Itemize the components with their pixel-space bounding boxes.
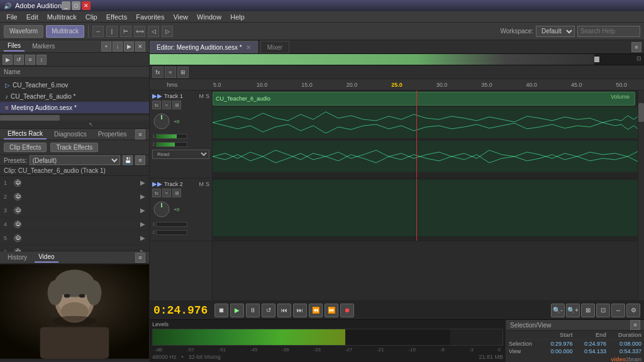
track-2-vol-knob[interactable] bbox=[152, 200, 171, 219]
history-panel-menu[interactable]: ≡ bbox=[135, 253, 145, 263]
menu-file[interactable]: File bbox=[3, 13, 21, 21]
list-item[interactable]: ≡ Meeting Audition.sesx * bbox=[0, 102, 149, 113]
track-1-eq-btn[interactable]: ≈ bbox=[162, 101, 171, 109]
list-item[interactable]: ▷ CU_Teacher_6.mov bbox=[0, 79, 149, 90]
workspace-select[interactable]: Default bbox=[536, 26, 575, 37]
menu-favorites[interactable]: Favorites bbox=[132, 13, 168, 21]
track-1-fx-btn[interactable]: fx bbox=[152, 101, 161, 109]
view-toggle[interactable]: ≡ bbox=[25, 55, 35, 65]
tab-properties[interactable]: Properties bbox=[94, 129, 131, 139]
search-input[interactable] bbox=[577, 26, 640, 37]
track-2-pans[interactable]: ⊞ bbox=[172, 189, 181, 197]
menu-effects[interactable]: Effects bbox=[103, 13, 131, 21]
sel-start[interactable]: 0:29.976 bbox=[541, 340, 575, 348]
waveform-overview[interactable]: ⊡ bbox=[150, 54, 644, 65]
track-effects-btn[interactable]: Track Effects bbox=[50, 143, 98, 152]
view-dur[interactable]: 0:54.337 bbox=[609, 348, 644, 355]
tab-files[interactable]: Files bbox=[4, 41, 25, 52]
tab-history[interactable]: History bbox=[4, 253, 31, 262]
razor-tool[interactable]: ⊢ bbox=[120, 26, 131, 37]
track-1-vol-knob[interactable] bbox=[152, 112, 171, 131]
menu-help[interactable]: Help bbox=[226, 13, 248, 21]
nudge-left[interactable]: ◁ bbox=[148, 26, 159, 37]
menu-clip[interactable]: Clip bbox=[82, 13, 101, 21]
record-loop-btn[interactable]: ↺ bbox=[262, 304, 275, 317]
slot-power-1[interactable]: ⏻ bbox=[14, 179, 21, 187]
mixer-tab[interactable]: Mixer bbox=[260, 41, 289, 53]
view-end[interactable]: 0:54.133 bbox=[575, 348, 609, 355]
clip-effects-btn[interactable]: Clip Effects bbox=[4, 143, 47, 152]
open-btn[interactable]: ▶ bbox=[124, 41, 134, 52]
stop-btn[interactable]: ⏹ bbox=[214, 304, 228, 317]
sel-end[interactable]: 0:24.976 bbox=[575, 340, 609, 348]
menu-edit[interactable]: Edit bbox=[23, 13, 42, 21]
audio-clip-1[interactable]: CU_Teacher_6_audio Volume bbox=[213, 92, 635, 106]
editor-tab-session[interactable]: Editor: Meeting Audition.sesx * ✕ bbox=[150, 41, 258, 53]
record-btn[interactable]: ⏺ bbox=[340, 304, 354, 317]
zoom-in-btn[interactable]: fx bbox=[152, 67, 164, 78]
track-1-m-btn[interactable]: M bbox=[199, 93, 204, 99]
tab-diagnostics[interactable]: Diagnostics bbox=[50, 129, 91, 139]
multitrack-btn[interactable]: Multitrack bbox=[46, 25, 84, 38]
effects-panel-menu[interactable]: ≡ bbox=[135, 129, 145, 140]
tab-markers[interactable]: Markers bbox=[28, 41, 58, 51]
playhead[interactable] bbox=[416, 90, 417, 178]
new-file-btn[interactable]: + bbox=[101, 41, 111, 52]
track-1-lane[interactable]: CU_Teacher_6_audio Volume bbox=[213, 90, 638, 178]
track-2-s-btn[interactable]: S bbox=[206, 181, 209, 187]
sort-btn[interactable]: ↕ bbox=[36, 55, 47, 65]
spectral-btn[interactable]: ≈ bbox=[165, 67, 176, 78]
waveform-btn[interactable]: Waveform bbox=[4, 25, 43, 38]
track-2-m-btn[interactable]: M bbox=[199, 181, 204, 187]
track-2-lane[interactable] bbox=[213, 178, 638, 241]
editor-panel-menu[interactable]: ≡ bbox=[631, 42, 641, 52]
tab-video[interactable]: Video bbox=[35, 252, 58, 263]
pause-btn[interactable]: ⏸ bbox=[246, 304, 260, 317]
menu-view[interactable]: View bbox=[169, 13, 192, 21]
sel-dur[interactable]: 0:08.000 bbox=[609, 340, 644, 348]
zoom-sel-btn[interactable]: ⊡ bbox=[596, 304, 610, 317]
autoplay-btn[interactable]: ▶ bbox=[3, 55, 13, 65]
go-start-btn[interactable]: ⏮ bbox=[277, 304, 291, 317]
track-1-mode-select[interactable]: Read bbox=[152, 150, 209, 159]
scroll-btn[interactable]: ↔ bbox=[611, 304, 625, 317]
zoom-in-btn2[interactable]: 🔍+ bbox=[566, 304, 580, 317]
menu-window[interactable]: Window bbox=[193, 13, 225, 21]
track-1-s-btn[interactable]: S bbox=[206, 93, 209, 99]
menu-multitrack[interactable]: Multitrack bbox=[43, 13, 80, 21]
files-hscrollbar[interactable] bbox=[0, 114, 149, 121]
track-2-eq-btn[interactable]: ≈ bbox=[162, 189, 171, 197]
tracks-vscrollbar[interactable] bbox=[638, 90, 644, 300]
close-file-btn[interactable]: ✕ bbox=[135, 41, 145, 52]
play-btn[interactable]: ▶ bbox=[230, 304, 244, 317]
nudge-right[interactable]: ▷ bbox=[162, 26, 173, 37]
waveform-thumb[interactable] bbox=[594, 57, 599, 62]
presets-menu[interactable]: ≡ bbox=[135, 155, 145, 165]
list-item[interactable]: ♪ CU_Teacher_6_audio * bbox=[0, 90, 149, 102]
zoom-fit-btn[interactable]: ⊠ bbox=[581, 304, 595, 317]
close-button[interactable]: ✕ bbox=[82, 1, 91, 10]
tab-effects-rack[interactable]: Effects Rack bbox=[4, 129, 47, 140]
waveform-scroll-btn[interactable]: ⊡ bbox=[636, 55, 641, 62]
presets-save[interactable]: 💾 bbox=[123, 155, 133, 165]
move-tool[interactable]: ↔ bbox=[92, 26, 104, 37]
pan-btn[interactable]: ⊞ bbox=[177, 67, 189, 78]
select-tool[interactable]: | bbox=[106, 26, 118, 37]
presets-select[interactable]: (Default) bbox=[30, 155, 120, 165]
sel-panel-menu[interactable]: ≡ bbox=[630, 320, 640, 330]
slot-power-3[interactable]: ⏻ bbox=[14, 207, 21, 214]
loop-btn[interactable]: ↺ bbox=[14, 55, 24, 65]
import-btn[interactable]: ↓ bbox=[113, 41, 123, 52]
slot-power-2[interactable]: ⏻ bbox=[14, 193, 21, 200]
view-start[interactable]: 0:00.000 bbox=[541, 348, 575, 355]
track-2-fx-btn[interactable]: fx bbox=[152, 189, 161, 197]
close-tab-btn[interactable]: ✕ bbox=[246, 44, 251, 51]
go-end-btn[interactable]: ⏭ bbox=[293, 304, 307, 317]
zoom-out-btn[interactable]: 🔍- bbox=[551, 304, 565, 317]
settings-btn[interactable]: ⚙ bbox=[626, 304, 640, 317]
time-tool[interactable]: ⟺ bbox=[134, 26, 145, 37]
maximize-button[interactable]: □ bbox=[72, 1, 80, 10]
fastforward-btn[interactable]: ⏩ bbox=[325, 304, 338, 317]
rewind-btn[interactable]: ⏪ bbox=[309, 304, 323, 317]
slot-power-5[interactable]: ⏻ bbox=[14, 234, 21, 242]
